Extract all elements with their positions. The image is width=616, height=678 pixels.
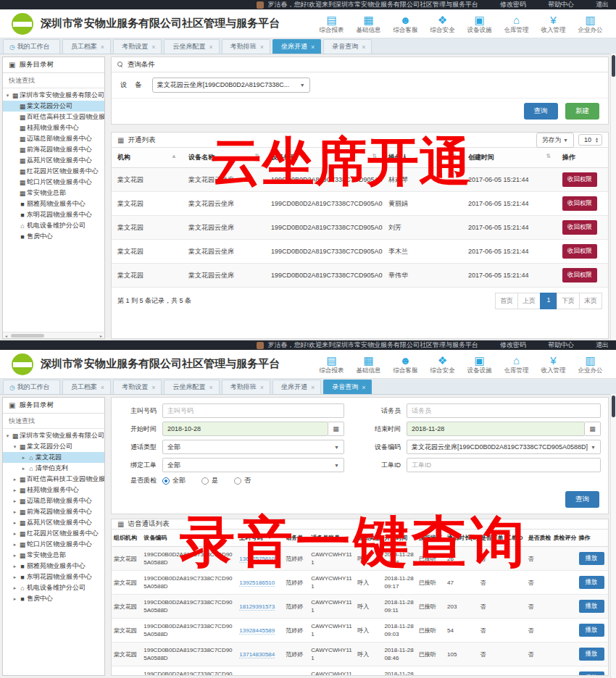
- column-header[interactable]: 质检评分: [551, 530, 576, 547]
- expand-arrow-icon[interactable]: ▾: [12, 444, 18, 450]
- menu-item[interactable]: ▣ 设备设施: [461, 355, 498, 374]
- save-as-button[interactable]: 另存为 ▼: [536, 133, 574, 148]
- tree-node[interactable]: ▸ ▦ 红花园片区物业服务中心: [3, 528, 104, 539]
- tree-node[interactable]: ▦ 棠文花园分公司: [3, 101, 104, 112]
- tree-node[interactable]: ▸ ⌂ 清华伯克利: [3, 463, 104, 474]
- tree-search-input[interactable]: [3, 73, 104, 88]
- column-header[interactable]: 设备编码: [141, 530, 237, 547]
- tree-node[interactable]: ▸ ■ 东明花园物业服务中心: [3, 572, 104, 582]
- tree-node[interactable]: ▦ 前海花园物业服务中心: [3, 144, 104, 155]
- menu-item[interactable]: ▤ 综合报表: [313, 14, 350, 33]
- radio-option[interactable]: 是: [201, 476, 218, 485]
- tab-close-icon[interactable]: ×: [311, 43, 315, 51]
- column-header[interactable]: 机构▲: [112, 148, 183, 168]
- help-center-link[interactable]: 帮助中心: [548, 0, 574, 9]
- play-button[interactable]: 播放: [579, 600, 604, 613]
- sort-icon[interactable]: ⇅: [546, 153, 551, 159]
- tab-close-icon[interactable]: ×: [362, 384, 365, 391]
- revoke-permission-button[interactable]: 收回权限: [562, 268, 597, 282]
- tab[interactable]: 员工档案 ×: [62, 39, 111, 54]
- column-header[interactable]: 是否质检: [525, 530, 551, 547]
- column-header[interactable]: 创建时间⇅: [462, 148, 557, 168]
- tree-node[interactable]: ▸ ▦ 蛇口片区物业服务中心: [3, 539, 104, 550]
- column-header[interactable]: 话务员: [283, 530, 309, 547]
- tab-close-icon[interactable]: ×: [209, 43, 212, 51]
- column-header[interactable]: 工单ID: [503, 530, 525, 547]
- column-header[interactable]: 主叫号码: [237, 530, 283, 547]
- column-header[interactable]: 设备名称⇅: [183, 148, 265, 168]
- tree-node[interactable]: ▸ ▦ 百旺信高科技工业园物业服务中心: [3, 474, 104, 485]
- menu-item[interactable]: ❖ 综合安全: [424, 355, 461, 374]
- tree-node[interactable]: ▾ ▦ 深圳市常安物业服务有限公司: [3, 430, 104, 441]
- expand-arrow-icon[interactable]: ▸: [12, 553, 18, 558]
- expand-arrow-icon[interactable]: ▸: [12, 531, 18, 537]
- radio-icon[interactable]: [201, 477, 209, 485]
- tab[interactable]: 考勤排班 ×: [222, 39, 270, 54]
- expand-arrow-icon[interactable]: ▸: [12, 564, 18, 569]
- revoke-permission-button[interactable]: 收回权限: [562, 196, 597, 211]
- tree-node[interactable]: ⌂ 机电设备维护分公司: [3, 220, 104, 231]
- tab-close-icon[interactable]: ×: [151, 384, 155, 391]
- tree-node[interactable]: ▸ ▦ 迈瑞总部物业服务中心: [3, 495, 104, 506]
- column-header[interactable]: 通话时长(S): [445, 530, 478, 547]
- expand-arrow-icon[interactable]: ▸: [12, 520, 18, 526]
- tree-node[interactable]: ▦ 红花园片区物业服务中心: [3, 166, 104, 177]
- page-button[interactable]: 上页: [517, 293, 541, 309]
- caller-number-link[interactable]: 13602575610: [239, 556, 275, 563]
- menu-item[interactable]: ⌂ 仓库管理: [498, 14, 535, 33]
- menu-item[interactable]: ▥ 企业办公: [572, 355, 609, 374]
- menu-item[interactable]: ▥ 企业办公: [572, 14, 609, 33]
- tree-node[interactable]: ▦ 迈瑞总部物业服务中心: [3, 133, 104, 144]
- tree-node[interactable]: ▾ ▦ 棠文花园分公司: [3, 441, 104, 452]
- workorder-id-input[interactable]: [407, 458, 601, 472]
- tree-search-input[interactable]: [3, 414, 104, 429]
- radio-option[interactable]: 否: [234, 476, 251, 485]
- tree-node[interactable]: ■ 丽雅苑物业服务中心: [3, 198, 104, 209]
- tab-close-icon[interactable]: ×: [101, 384, 104, 391]
- page-size-spinner[interactable]: 10 ▲▼: [578, 134, 602, 146]
- expand-arrow-icon[interactable]: ▾: [4, 433, 11, 439]
- menu-item[interactable]: ▦ 基础信息: [350, 14, 387, 33]
- column-header[interactable]: 操作: [577, 530, 608, 547]
- scrollbar-thumb[interactable]: [612, 55, 615, 77]
- tab[interactable]: 考勤设置 ×: [113, 39, 162, 54]
- search-button[interactable]: 查询: [524, 103, 558, 120]
- expand-arrow-icon[interactable]: ▸: [12, 542, 18, 548]
- tree-node[interactable]: ▸ ■ 售房中心: [3, 593, 104, 604]
- radio-icon[interactable]: [234, 477, 241, 485]
- tree-node[interactable]: ■ 售房中心: [3, 231, 104, 242]
- expand-arrow-icon[interactable]: ▸: [20, 455, 27, 461]
- revoke-permission-button[interactable]: 收回权限: [562, 244, 597, 259]
- page-button[interactable]: 下页: [557, 293, 580, 309]
- tab[interactable]: 云坐席配置 ×: [164, 39, 219, 54]
- menu-item[interactable]: ▤ 综合报表: [313, 355, 350, 374]
- tab-close-icon[interactable]: ×: [362, 43, 365, 51]
- expand-arrow-icon[interactable]: ▸: [12, 585, 18, 591]
- expand-arrow-icon[interactable]: ▸: [12, 574, 18, 580]
- scroll-right-icon[interactable]: ▸: [98, 333, 104, 338]
- expand-arrow-icon[interactable]: ▸: [12, 487, 18, 493]
- search-button[interactable]: 查询: [565, 491, 599, 508]
- logout-link[interactable]: 退出: [596, 0, 609, 9]
- column-header[interactable]: 设备编码⇅: [265, 148, 383, 168]
- menu-item[interactable]: ▣ 设备设施: [461, 14, 498, 33]
- call-type-select[interactable]: 全部▼: [162, 440, 344, 454]
- tree-hscrollbar[interactable]: ◂ ▸: [3, 332, 104, 338]
- tree-node[interactable]: ▦ 荔苑片区物业服务中心: [3, 155, 104, 166]
- revoke-permission-button[interactable]: 收回权限: [562, 220, 597, 235]
- tree-node[interactable]: ▦ 百旺信高科技工业园物业服务中心: [3, 112, 104, 122]
- tab[interactable]: 录音查询 ×: [323, 39, 372, 54]
- revoke-permission-button[interactable]: 收回权限: [562, 172, 597, 187]
- tab[interactable]: 云坐席配置 ×: [164, 380, 219, 394]
- end-date-input[interactable]: [407, 422, 585, 436]
- sort-icon[interactable]: ⇅: [451, 153, 457, 159]
- tab-close-icon[interactable]: ×: [209, 384, 212, 391]
- column-header[interactable]: 操作: [557, 148, 609, 168]
- device-select[interactable]: 棠文花园云坐席[199CD0B0D2A819C7338C... ▼: [152, 78, 310, 93]
- column-header[interactable]: 接听状态: [417, 530, 445, 547]
- play-button[interactable]: 播放: [579, 576, 604, 589]
- vertical-scrollbar[interactable]: [610, 54, 616, 340]
- expand-arrow-icon[interactable]: ▾: [4, 93, 11, 99]
- tab[interactable]: 坐席开通 ×: [272, 380, 321, 394]
- operator-input[interactable]: [407, 403, 601, 418]
